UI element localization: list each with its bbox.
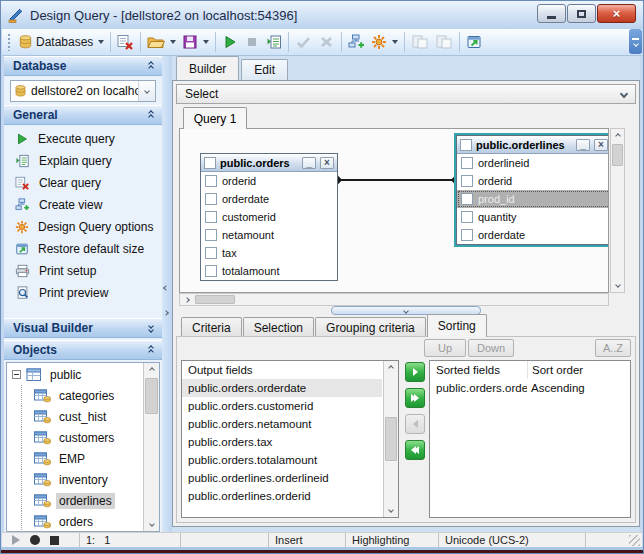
field-checkbox[interactable] xyxy=(461,193,473,205)
tree-node-categories[interactable]: categories xyxy=(8,385,142,406)
sidebar-item-execute-query[interactable]: Execute query xyxy=(4,128,162,150)
tab-grouping-criteria[interactable]: Grouping criteria xyxy=(315,317,426,337)
resize-grip[interactable] xyxy=(629,535,640,546)
database-combo[interactable]: dellstore2 on localhos xyxy=(10,80,156,102)
scroll-thumb[interactable] xyxy=(195,295,235,304)
field-checkbox[interactable] xyxy=(205,229,217,241)
collapse-node-icon[interactable] xyxy=(12,370,21,379)
close-table-button[interactable]: × xyxy=(320,157,334,169)
field-row[interactable]: tax xyxy=(201,244,337,262)
output-field-item[interactable]: public.orders.tax xyxy=(182,433,382,451)
save-query-button[interactable] xyxy=(179,31,212,53)
scroll-up-icon[interactable] xyxy=(384,361,398,375)
tab-criteria[interactable]: Criteria xyxy=(181,317,242,337)
sorted-field-row[interactable]: public.orders.orderi Ascending xyxy=(430,379,630,397)
scroll-down-icon[interactable] xyxy=(144,517,159,531)
diagram-canvas[interactable]: public.orders _ × orderid orderdate cust… xyxy=(179,128,609,293)
field-checkbox[interactable] xyxy=(461,175,473,187)
explain-query-button[interactable] xyxy=(263,31,285,53)
scroll-right-icon[interactable] xyxy=(180,294,194,305)
field-row[interactable]: customerid xyxy=(201,208,337,226)
databases-dropdown-button[interactable]: Databases xyxy=(15,31,107,53)
sidebar-item-clear-query[interactable]: Clear query xyxy=(4,172,162,194)
output-field-item[interactable]: public.orders.customerid xyxy=(182,397,382,415)
scroll-up-icon[interactable] xyxy=(611,129,624,143)
sidebar-item-create-view[interactable]: Create view xyxy=(4,194,162,216)
close-table-button[interactable]: × xyxy=(594,139,608,151)
output-fields-scrollbar[interactable] xyxy=(383,361,398,517)
table-titlebar[interactable]: public.orders _ × xyxy=(201,154,337,172)
minimize-table-button[interactable]: _ xyxy=(576,139,590,151)
tab-builder[interactable]: Builder xyxy=(176,56,239,80)
table-window-orders[interactable]: public.orders _ × orderid orderdate cust… xyxy=(200,153,338,281)
scroll-thumb[interactable] xyxy=(612,144,623,166)
add-all-fields-button[interactable] xyxy=(405,388,425,408)
restore-size-button[interactable] xyxy=(463,31,485,53)
tree-scrollbar[interactable] xyxy=(143,363,159,531)
field-row-selected[interactable]: prod_id xyxy=(457,190,609,208)
scroll-thumb[interactable] xyxy=(385,417,397,461)
combo-dropdown-button[interactable] xyxy=(138,81,155,101)
scroll-down-icon[interactable] xyxy=(384,503,398,517)
tab-selection[interactable]: Selection xyxy=(243,317,314,337)
field-checkbox[interactable] xyxy=(205,175,217,187)
tree-node-inventory[interactable]: inventory xyxy=(8,469,142,490)
sidebar-item-print-preview[interactable]: Print preview xyxy=(4,282,162,304)
output-field-item-selected[interactable]: public.orders.orderdate xyxy=(182,379,382,397)
output-fields-list[interactable]: Output fields public.orders.orderdate pu… xyxy=(181,360,399,518)
remove-all-fields-button[interactable] xyxy=(405,440,425,460)
execute-query-button[interactable] xyxy=(219,31,241,53)
section-header-visual-builder[interactable]: Visual Builder xyxy=(4,318,162,338)
tree-node-customers[interactable]: customers xyxy=(8,427,142,448)
open-query-button[interactable] xyxy=(144,31,179,53)
tree-node-orders[interactable]: orders xyxy=(8,511,142,532)
section-header-objects[interactable]: Objects xyxy=(4,340,162,360)
tab-sorting[interactable]: Sorting xyxy=(427,314,487,337)
scroll-thumb[interactable] xyxy=(145,378,158,414)
field-row[interactable]: orderdate xyxy=(457,226,609,244)
query-options-button[interactable] xyxy=(368,31,401,53)
field-checkbox[interactable] xyxy=(205,211,217,223)
field-checkbox[interactable] xyxy=(205,247,217,259)
select-all-checkbox[interactable] xyxy=(460,139,472,151)
tab-edit[interactable]: Edit xyxy=(241,59,288,80)
tree-node-emp[interactable]: EMP xyxy=(8,448,142,469)
minimize-table-button[interactable]: _ xyxy=(302,157,316,169)
field-row[interactable]: netamount xyxy=(201,226,337,244)
sorted-fields-list[interactable]: Sorted fields Sort order public.orders.o… xyxy=(429,360,631,518)
section-header-general[interactable]: General xyxy=(4,105,162,125)
output-field-item[interactable]: public.orders.totalamount xyxy=(182,451,382,469)
add-field-button[interactable] xyxy=(405,362,425,382)
select-statement-bar[interactable]: Select xyxy=(176,84,636,104)
join-connector[interactable] xyxy=(339,179,455,181)
toolbar-grip[interactable] xyxy=(7,33,11,51)
sidebar-item-print-setup[interactable]: Print setup xyxy=(4,260,162,282)
field-checkbox[interactable] xyxy=(205,265,217,277)
sidebar-splitter[interactable] xyxy=(162,56,172,532)
select-all-checkbox[interactable] xyxy=(204,157,216,169)
canvas-horizontal-scrollbar[interactable] xyxy=(179,293,609,306)
table-titlebar[interactable]: public.orderlines _ × xyxy=(457,136,609,154)
sidebar-item-explain-query[interactable]: Explain query xyxy=(4,150,162,172)
tree-node-public[interactable]: public xyxy=(8,364,142,385)
expand-right-icon[interactable] xyxy=(163,310,169,316)
field-row[interactable]: orderid xyxy=(457,172,609,190)
field-row[interactable]: orderdate xyxy=(201,190,337,208)
field-checkbox[interactable] xyxy=(461,211,473,223)
field-checkbox[interactable] xyxy=(461,229,473,241)
close-button[interactable]: × xyxy=(597,4,636,23)
field-row[interactable]: orderid xyxy=(201,172,337,190)
field-checkbox[interactable] xyxy=(205,193,217,205)
minimize-button[interactable] xyxy=(537,4,566,23)
scroll-down-icon[interactable] xyxy=(611,278,624,292)
scroll-up-icon[interactable] xyxy=(144,363,159,377)
output-field-item[interactable]: public.orderlines.orderlineid xyxy=(182,469,382,487)
output-field-item[interactable]: public.orders.netamount xyxy=(182,415,382,433)
table-window-orderlines[interactable]: public.orderlines _ × orderlineid orderi… xyxy=(456,135,609,245)
tree-node-cust-hist[interactable]: cust_hist xyxy=(8,406,142,427)
clear-query-button[interactable] xyxy=(114,31,137,53)
toolbar-overflow-button[interactable] xyxy=(629,29,642,54)
section-header-database[interactable]: Database xyxy=(4,56,162,76)
sort-order-value[interactable]: Ascending xyxy=(527,379,630,397)
tree-node-orderlines[interactable]: orderlines xyxy=(8,490,142,511)
